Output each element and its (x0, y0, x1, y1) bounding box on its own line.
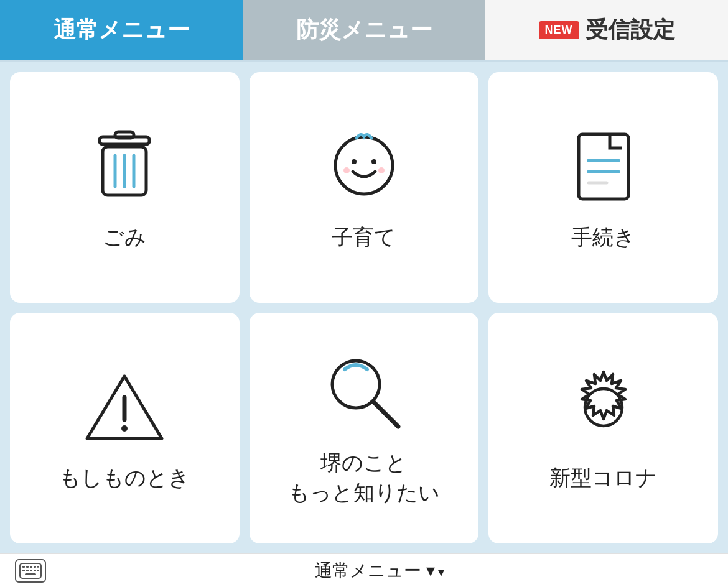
trash-icon (81, 123, 168, 210)
grid-cell-sakai[interactable]: 堺のこと もっと知りたい (250, 313, 479, 543)
tetsuzuki-label: 手続き (571, 223, 635, 252)
svg-rect-11 (579, 134, 628, 199)
svg-point-17 (121, 425, 128, 432)
svg-rect-24 (30, 566, 32, 568)
warning-icon (81, 364, 168, 451)
moshimo-label: もしものとき (59, 463, 190, 493)
gomi-label: ごみ (103, 223, 146, 252)
bottom-title-text: 通常メニュー (315, 561, 421, 580)
svg-rect-27 (22, 570, 25, 571)
tab-normal-label: 通常メニュー (54, 15, 190, 45)
tab-bousai-menu[interactable]: 防災メニュー (243, 0, 485, 60)
svg-point-10 (378, 167, 385, 173)
svg-point-6 (335, 137, 393, 194)
svg-rect-32 (25, 573, 36, 575)
svg-rect-23 (26, 566, 29, 568)
grid-cell-moshimo[interactable]: もしものとき (10, 313, 240, 543)
svg-rect-22 (22, 566, 25, 568)
search-icon (320, 349, 408, 436)
svg-line-19 (373, 402, 398, 427)
tab-bar: 通常メニュー 防災メニュー NEW 受信設定 (0, 0, 728, 62)
svg-rect-25 (34, 566, 36, 568)
keyboard-icon[interactable] (15, 559, 46, 583)
baby-icon (320, 123, 408, 210)
svg-rect-28 (26, 570, 29, 571)
grid-cell-gomi[interactable]: ごみ (10, 72, 240, 303)
svg-rect-1 (115, 132, 134, 138)
grid-cell-tetsuzuki[interactable]: 手続き (488, 72, 718, 303)
tab-normal-menu[interactable]: 通常メニュー (0, 0, 243, 60)
sakai-label: 堺のこと もっと知りたい (288, 448, 440, 507)
document-icon (560, 123, 647, 210)
grid-cell-corona[interactable]: 新型コロナ (488, 313, 718, 543)
tab-settings[interactable]: NEW 受信設定 (485, 0, 728, 60)
svg-rect-26 (37, 566, 39, 568)
virus-icon (560, 364, 647, 451)
menu-grid: ごみ 子育て (0, 62, 728, 553)
svg-point-7 (352, 159, 357, 164)
kosodate-label: 子育て (332, 223, 396, 252)
tab-bousai-label: 防災メニュー (296, 15, 432, 45)
grid-cell-kosodate[interactable]: 子育て (250, 72, 479, 303)
svg-rect-31 (37, 570, 39, 571)
bottom-title[interactable]: 通常メニュー ▾ (46, 559, 713, 583)
svg-rect-30 (34, 570, 36, 571)
svg-point-8 (371, 159, 376, 164)
tab-settings-label: 受信設定 (586, 15, 675, 45)
svg-point-9 (343, 167, 350, 173)
corona-label: 新型コロナ (549, 463, 657, 493)
new-badge: NEW (539, 21, 579, 39)
svg-rect-29 (30, 570, 32, 571)
bottom-bar: 通常メニュー ▾ (0, 553, 728, 587)
